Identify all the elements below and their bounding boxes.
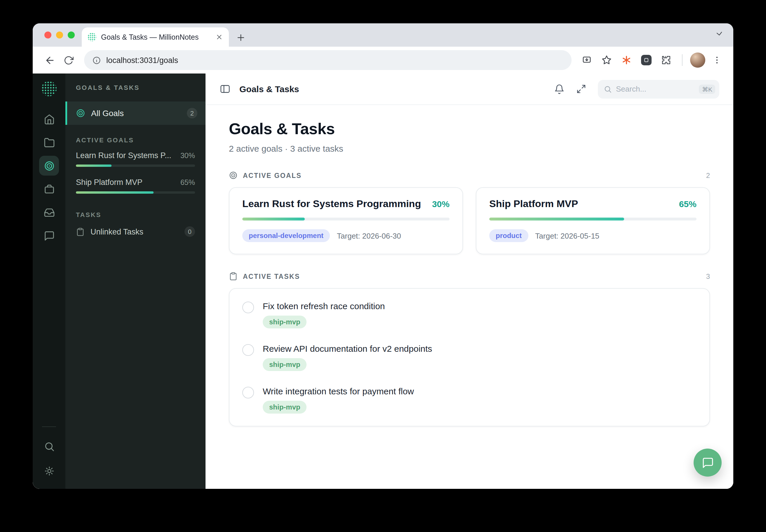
- nav-folders-icon[interactable]: [39, 132, 59, 152]
- icon-rail: [33, 73, 65, 489]
- active-tasks-section-header: ACTIVE TASKS 3: [229, 272, 710, 281]
- nav-chat-icon[interactable]: [39, 226, 59, 246]
- sidebar-panel: GOALS & TASKS All Goals 2 ACTIVE GOALS L…: [65, 73, 206, 489]
- task-tag[interactable]: ship-mvp: [263, 358, 307, 371]
- tab-close-icon[interactable]: [216, 33, 223, 41]
- sidebar-goal-label: Learn Rust for Systems P...: [76, 151, 174, 160]
- close-window-button[interactable]: [44, 31, 51, 39]
- sidebar-goal-progress-track: [76, 191, 195, 194]
- goal-card-title: Learn Rust for Systems Programming: [242, 198, 421, 210]
- browser-menu-kebab-icon[interactable]: [709, 52, 725, 68]
- task-checkbox[interactable]: [242, 387, 254, 398]
- nav-goals-icon[interactable]: [39, 156, 59, 176]
- sidebar-section-active-goals: ACTIVE GOALS: [76, 137, 195, 143]
- main-header-title: Goals & Tasks: [240, 84, 299, 94]
- goal-progress-fill: [242, 218, 305, 221]
- rail-settings-gear-icon[interactable]: [39, 461, 59, 481]
- tab-title: Goals & Tasks — MillionNotes: [101, 33, 211, 41]
- search-box[interactable]: ⌘K: [598, 80, 719, 98]
- new-tab-button[interactable]: [236, 33, 246, 43]
- goal-tag[interactable]: personal-development: [242, 229, 330, 242]
- unlinked-tasks-count-badge: 0: [184, 226, 195, 237]
- goal-progress-track: [242, 218, 450, 221]
- goal-card[interactable]: Ship Platform MVP 65% product Target: 20…: [476, 187, 710, 254]
- chat-fab-button[interactable]: [694, 449, 722, 477]
- sidebar-section-tasks: TASKS: [76, 211, 195, 218]
- sidebar-toggle-icon[interactable]: [220, 83, 231, 95]
- task-tag[interactable]: ship-mvp: [263, 401, 307, 414]
- zoom-window-button[interactable]: [68, 31, 75, 39]
- target-icon: [229, 171, 238, 180]
- search-input[interactable]: [616, 85, 695, 93]
- goal-target-date: Target: 2026-05-15: [535, 231, 599, 240]
- task-title: Fix token refresh race condition: [263, 301, 385, 311]
- sidebar-goal-progress-fill: [76, 191, 153, 194]
- active-tasks-section-count: 3: [706, 272, 710, 280]
- sidebar-goal-progress-track: [76, 165, 195, 167]
- clipboard-icon: [229, 272, 238, 281]
- notifications-bell-icon[interactable]: [554, 84, 564, 94]
- url-text[interactable]: localhost:3031/goals: [106, 56, 178, 64]
- search-icon: [604, 85, 612, 93]
- clipboard-icon: [76, 227, 85, 236]
- stage: Goals & Tasks — MillionNotes: [0, 0, 766, 532]
- rail-nav: [39, 109, 59, 246]
- task-checkbox[interactable]: [242, 344, 254, 356]
- browser-window: Goals & Tasks — MillionNotes: [33, 23, 733, 489]
- active-goals-section-header: ACTIVE GOALS 2: [229, 171, 710, 180]
- main-area: Goals & Tasks ⌘K: [206, 73, 733, 489]
- main-header-actions: ⌘K: [554, 80, 719, 98]
- goal-card-title: Ship Platform MVP: [489, 198, 578, 210]
- rail-bottom: [39, 426, 59, 481]
- task-title: Write integration tests for payment flow: [263, 386, 414, 396]
- task-row[interactable]: Fix token refresh race condition ship-mv…: [230, 293, 709, 336]
- page-content: Goals & Tasks 2 active goals · 3 active …: [206, 105, 733, 489]
- extension-starburst-icon[interactable]: [618, 52, 635, 68]
- task-title: Review API documentation for v2 endpoint…: [263, 344, 432, 353]
- site-favicon-icon: [87, 33, 96, 41]
- reload-button[interactable]: [59, 51, 77, 69]
- nav-projects-icon[interactable]: [39, 179, 59, 199]
- rail-divider: [42, 426, 56, 427]
- active-goals-section-count: 2: [706, 171, 710, 179]
- sidebar-goal-item[interactable]: Ship Platform MVP 65%: [65, 173, 206, 199]
- goal-progress-track: [489, 218, 697, 221]
- task-row[interactable]: Review API documentation for v2 endpoint…: [230, 336, 709, 379]
- install-app-icon[interactable]: [579, 52, 595, 68]
- address-bar: localhost:3031/goals: [33, 47, 733, 73]
- app-root: GOALS & TASKS All Goals 2 ACTIVE GOALS L…: [33, 73, 733, 489]
- app-logo-icon[interactable]: [41, 81, 57, 96]
- task-row[interactable]: Write integration tests for payment flow…: [230, 379, 709, 421]
- url-field[interactable]: localhost:3031/goals: [84, 50, 571, 70]
- tab-search-chevron-icon[interactable]: [715, 30, 724, 39]
- main-header: Goals & Tasks ⌘K: [206, 73, 733, 105]
- rail-search-icon[interactable]: [39, 436, 59, 456]
- page-subtitle: 2 active goals · 3 active tasks: [229, 143, 710, 153]
- site-info-icon[interactable]: [92, 56, 101, 64]
- sidebar-goal-label: Ship Platform MVP: [76, 178, 174, 187]
- target-icon: [76, 109, 85, 118]
- traffic-lights: [44, 31, 75, 39]
- expand-fullscreen-icon[interactable]: [576, 84, 586, 94]
- goal-tag[interactable]: product: [489, 229, 528, 242]
- goal-card[interactable]: Learn Rust for Systems Programming 30% p…: [229, 187, 463, 254]
- bookmark-star-icon[interactable]: [599, 52, 615, 68]
- goals-grid: Learn Rust for Systems Programming 30% p…: [229, 187, 710, 254]
- task-tag[interactable]: ship-mvp: [263, 316, 307, 328]
- extensions-puzzle-icon[interactable]: [658, 52, 674, 68]
- sidebar-goal-item[interactable]: Learn Rust for Systems P... 30%: [65, 146, 206, 173]
- minimize-window-button[interactable]: [56, 31, 63, 39]
- sidebar-item-all-goals[interactable]: All Goals 2: [65, 101, 206, 125]
- nav-inbox-icon[interactable]: [39, 202, 59, 222]
- profile-avatar[interactable]: [690, 53, 705, 68]
- sidebar-item-unlinked-tasks[interactable]: Unlinked Tasks 0: [65, 221, 206, 243]
- sidebar-goal-percent: 30%: [180, 151, 195, 160]
- tasks-card: Fix token refresh race condition ship-mv…: [229, 288, 710, 426]
- back-button[interactable]: [41, 51, 58, 69]
- extension-dark-icon[interactable]: [638, 52, 655, 68]
- all-goals-label: All Goals: [91, 109, 181, 118]
- goal-target-date: Target: 2026-06-30: [337, 231, 401, 240]
- nav-home-icon[interactable]: [39, 109, 59, 129]
- task-checkbox[interactable]: [242, 302, 254, 313]
- browser-tab[interactable]: Goals & Tasks — MillionNotes: [82, 27, 229, 47]
